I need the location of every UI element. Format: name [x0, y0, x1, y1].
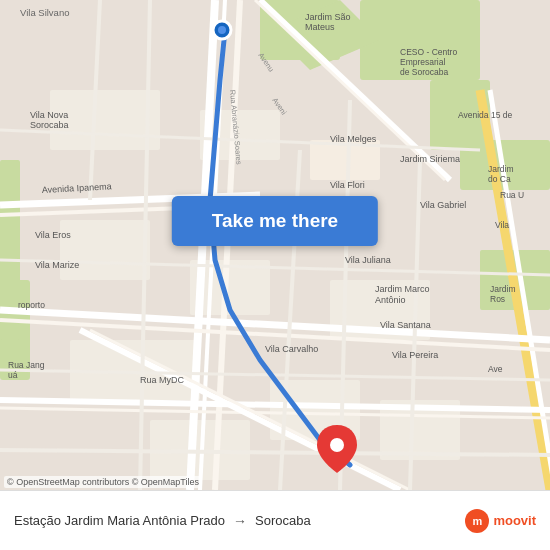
svg-text:Avenida 15 de: Avenida 15 de — [458, 110, 512, 120]
svg-text:Vila Juliana: Vila Juliana — [345, 255, 391, 265]
arrow-icon: → — [233, 513, 247, 529]
svg-text:Jardim Siriema: Jardim Siriema — [400, 154, 460, 164]
svg-text:Rua U: Rua U — [500, 190, 524, 200]
svg-text:Vila Nova: Vila Nova — [30, 110, 68, 120]
from-station: Estação Jardim Maria Antônia Prado — [14, 513, 225, 528]
svg-text:Vila Gabriel: Vila Gabriel — [420, 200, 466, 210]
svg-text:Vila Pereira: Vila Pereira — [392, 350, 438, 360]
svg-text:Mateus: Mateus — [305, 22, 335, 32]
attribution-text: © OpenStreetMap contributors © OpenMapTi… — [7, 477, 199, 487]
svg-text:Jardim: Jardim — [490, 284, 516, 294]
svg-text:Jardim: Jardim — [488, 164, 514, 174]
svg-text:Empresarial: Empresarial — [400, 57, 445, 67]
moovit-logo-icon: m — [465, 509, 489, 533]
svg-text:Vila: Vila — [495, 220, 509, 230]
bottom-bar: Estação Jardim Maria Antônia Prado → Sor… — [0, 490, 550, 550]
svg-text:Jardim São: Jardim São — [305, 12, 351, 22]
svg-rect-12 — [60, 220, 150, 280]
moovit-m: m — [472, 515, 482, 527]
svg-text:Ros: Ros — [490, 294, 505, 304]
svg-text:Rua Jang: Rua Jang — [8, 360, 45, 370]
take-me-there-button[interactable]: Take me there — [172, 196, 378, 246]
svg-point-81 — [330, 438, 344, 452]
svg-text:do Ca: do Ca — [488, 174, 511, 184]
svg-text:de Sorocaba: de Sorocaba — [400, 67, 448, 77]
svg-text:uá: uá — [8, 370, 18, 380]
map-container: Vila Silvano Jardim São Mateus CESO - Ce… — [0, 0, 550, 490]
svg-text:Vila Melges: Vila Melges — [330, 134, 377, 144]
svg-rect-15 — [70, 340, 200, 400]
to-destination: Sorocaba — [255, 513, 311, 528]
svg-text:Vila Carvalho: Vila Carvalho — [265, 344, 318, 354]
svg-text:Rua MyDC: Rua MyDC — [140, 375, 185, 385]
moovit-brand-text: moovit — [493, 513, 536, 528]
svg-text:Jardim Marco: Jardim Marco — [375, 284, 430, 294]
route-info: Estação Jardim Maria Antônia Prado → Sor… — [14, 513, 455, 529]
svg-text:Vila Flori: Vila Flori — [330, 180, 365, 190]
moovit-logo: m moovit — [465, 509, 536, 533]
map-attribution: © OpenStreetMap contributors © OpenMapTi… — [4, 476, 202, 488]
svg-text:Vila Eros: Vila Eros — [35, 230, 71, 240]
svg-text:Ave: Ave — [488, 364, 503, 374]
svg-text:Vila Silvano: Vila Silvano — [20, 7, 69, 18]
svg-point-80 — [218, 26, 226, 34]
svg-text:roporto: roporto — [18, 300, 45, 310]
svg-text:Sorocaba: Sorocaba — [30, 120, 69, 130]
svg-text:Vila Santana: Vila Santana — [380, 320, 431, 330]
svg-text:Vila Marize: Vila Marize — [35, 260, 79, 270]
svg-text:Antônio: Antônio — [375, 295, 406, 305]
svg-text:CESO - Centro: CESO - Centro — [400, 47, 457, 57]
